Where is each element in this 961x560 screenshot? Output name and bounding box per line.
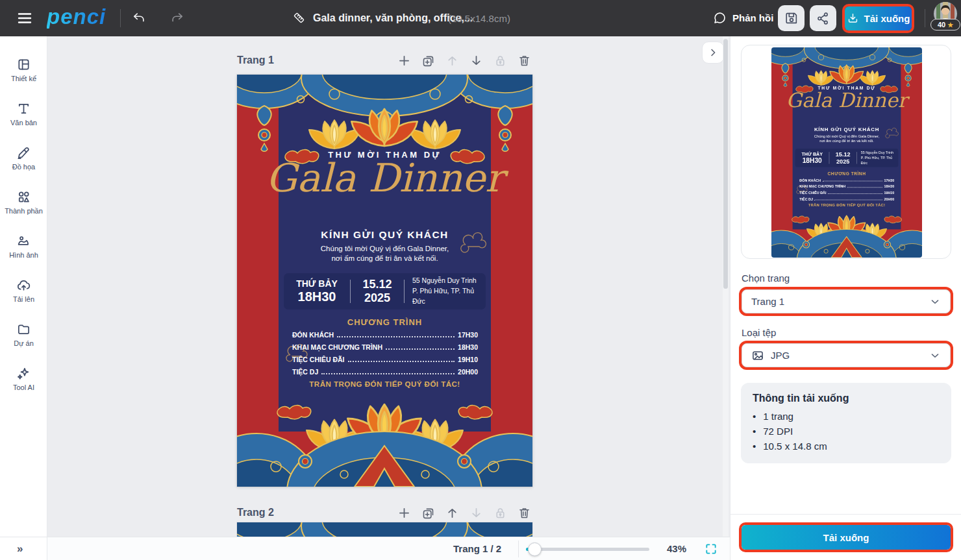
shapes-icon — [16, 189, 31, 204]
page2-toolbar — [397, 506, 532, 520]
invitation-closing: TRÂN TRỌNG ĐÓN TIẾP QUÝ ĐỐI TÁC! — [771, 203, 922, 207]
bullet: • — [753, 411, 756, 422]
collapse-panel-button[interactable] — [702, 42, 724, 64]
duplicate-page-icon[interactable] — [421, 54, 435, 67]
share-button[interactable] — [810, 5, 836, 31]
dotted-leader — [321, 373, 455, 374]
invitation-message-1: Chúng tôi mời Quý vị đến Gala Dinner, — [771, 134, 922, 138]
pen-icon — [16, 145, 31, 160]
move-page-up-icon[interactable] — [445, 506, 459, 520]
chevron-right-icon — [707, 47, 719, 58]
left-sidebar: Thiết kế Văn bản Đồ họa Thành phần Hình … — [0, 36, 47, 560]
invitation-artwork — [237, 522, 532, 537]
design-icon — [16, 57, 31, 72]
panel-divider — [730, 514, 961, 515]
lock-page-icon[interactable] — [493, 54, 507, 67]
sidebar-item-images[interactable]: Hình ảnh — [0, 227, 47, 266]
move-page-up-icon — [445, 54, 459, 67]
bullet: • — [753, 441, 756, 452]
redo-icon[interactable] — [170, 11, 184, 25]
document-size: (10.5x14.8cm) — [448, 13, 510, 24]
program-row: TIỆC CHIÊU ĐÃI19H10 — [799, 191, 894, 197]
move-page-down-icon — [469, 506, 483, 520]
page1[interactable]: THƯ MỜI THAM DỰ Gala Dinner KÍNH GỬI QUÝ… — [237, 75, 532, 487]
invitation-card: THƯ MỜI THAM DỰ Gala Dinner KÍNH GỬI QUÝ… — [237, 522, 532, 537]
app-window: penci Gala dinner, văn phòng, office,...… — [0, 0, 961, 560]
invitation-greeting: KÍNH GỬI QUÝ KHÁCH — [771, 126, 922, 132]
file-type-label: Loại tệp — [742, 327, 776, 338]
download-info-box: Thông tin tải xuống •1 trang •72 DPI •10… — [741, 383, 951, 463]
page2[interactable]: THƯ MỜI THAM DỰ Gala Dinner KÍNH GỬI QUÝ… — [237, 522, 532, 537]
invitation-message-1: Chúng tôi mời Quý vị đến Gala Dinner, — [237, 245, 532, 252]
invitation-greeting: KÍNH GỬI QUÝ KHÁCH — [237, 229, 532, 241]
lock-page-icon[interactable] — [493, 506, 507, 520]
invitation-program-list: ĐÓN KHÁCH17H30 KHAI MẠC CHƯƠNG TRÌNH18H3… — [799, 178, 894, 203]
page-thumbnail[interactable]: THƯ MỜI THAM DỰ Gala Dinner KÍNH GỬI QUÝ… — [771, 47, 922, 258]
dotted-leader — [337, 336, 455, 337]
dotted-leader — [814, 200, 882, 201]
dotted-leader — [847, 187, 882, 188]
invitation-title: Gala Dinner — [237, 155, 532, 201]
program-row: TIỆC DJ20H00 — [292, 368, 478, 380]
fullscreen-icon[interactable] — [705, 542, 718, 555]
undo-icon[interactable] — [132, 11, 146, 25]
invitation-date-block: THỨ BẢY 18H30 15.12 2025 55 Nguyễn Duy T… — [284, 273, 486, 310]
invitation-title: Gala Dinner — [771, 88, 922, 112]
page1-toolbar — [397, 54, 532, 67]
page-select[interactable]: Trang 1 — [742, 289, 951, 313]
save-button[interactable] — [778, 5, 805, 31]
zoom-level: 43% — [667, 543, 686, 554]
zoom-slider[interactable] — [526, 548, 649, 551]
program-row: ĐÓN KHÁCH17H30 — [799, 178, 894, 184]
invitation-card: THƯ MỜI THAM DỰ Gala Dinner KÍNH GỬI QUÝ… — [237, 75, 532, 487]
photo-icon — [16, 234, 31, 249]
dotted-leader — [386, 348, 455, 350]
download-icon — [847, 12, 859, 25]
file-type-select[interactable]: JPG — [742, 343, 951, 367]
canvas-area: Trang 1 — [47, 36, 730, 537]
menu-icon[interactable] — [16, 10, 34, 26]
sidebar-item-graphics[interactable]: Đồ họa — [0, 139, 47, 178]
invitation-program-title: CHƯƠNG TRÌNH — [237, 317, 532, 327]
feedback-button[interactable]: Phản hồi — [713, 11, 773, 25]
sidebar-item-design[interactable]: Thiết kế — [0, 51, 47, 90]
expand-sidebar-icon[interactable]: » — [17, 542, 21, 555]
sidebar-item-ai-tools[interactable]: Tool AI — [0, 359, 47, 398]
page1-header: Trang 1 — [237, 51, 532, 70]
download-button-top[interactable]: Tải xuống — [845, 6, 912, 30]
sidebar-item-upload[interactable]: Tải lên — [0, 271, 47, 310]
statusbar-divider — [518, 541, 519, 557]
dotted-leader — [348, 361, 455, 362]
delete-page-icon[interactable] — [518, 506, 531, 520]
sidebar-item-components[interactable]: Thành phần — [0, 183, 47, 222]
invitation-program-title: CHƯƠNG TRÌNH — [771, 171, 922, 177]
sidebar-item-projects[interactable]: Dự án — [0, 315, 47, 354]
image-file-icon — [751, 349, 764, 362]
bullet: • — [753, 426, 756, 437]
app-logo[interactable]: penci — [47, 5, 106, 29]
folder-icon — [16, 322, 31, 337]
invitation-closing: TRÂN TRỌNG ĐÓN TIẾP QUÝ ĐỐI TÁC! — [237, 380, 532, 388]
credits-badge[interactable]: 40★ — [930, 19, 960, 30]
invitation-program-list: ĐÓN KHÁCH17H30 KHAI MẠC CHƯƠNG TRÌNH18H3… — [292, 331, 478, 380]
page1-label[interactable]: Trang 1 — [237, 55, 274, 66]
invitation-date-block: THỨ BẢY 18H30 15.12 2025 55 Nguyễn Duy T… — [795, 149, 899, 167]
sparkles-icon — [16, 366, 31, 381]
program-row: TIỆC DJ20H00 — [799, 197, 894, 204]
duplicate-page-icon[interactable] — [421, 506, 435, 520]
dotted-leader — [823, 181, 882, 182]
move-page-down-icon[interactable] — [469, 54, 483, 67]
download-panel: THƯ MỜI THAM DỰ Gala Dinner KÍNH GỬI QUÝ… — [730, 36, 961, 560]
add-page-icon[interactable] — [397, 54, 411, 67]
delete-page-icon[interactable] — [518, 54, 531, 67]
page2-label[interactable]: Trang 2 — [237, 507, 274, 518]
zoom-slider-handle[interactable] — [528, 542, 542, 556]
select-page-label: Chọn trang — [742, 273, 790, 284]
canvas-scrollbar-thumb[interactable] — [723, 39, 728, 289]
sidebar-item-text[interactable]: Văn bản — [0, 95, 47, 134]
download-button-bottom[interactable]: Tải xuống — [742, 525, 951, 550]
invitation-message-2: nơi ấm cúng để tri ân và kết nối. — [771, 139, 922, 143]
chevron-down-icon — [929, 296, 941, 308]
ruler-icon — [292, 11, 306, 25]
add-page-icon[interactable] — [397, 506, 411, 520]
